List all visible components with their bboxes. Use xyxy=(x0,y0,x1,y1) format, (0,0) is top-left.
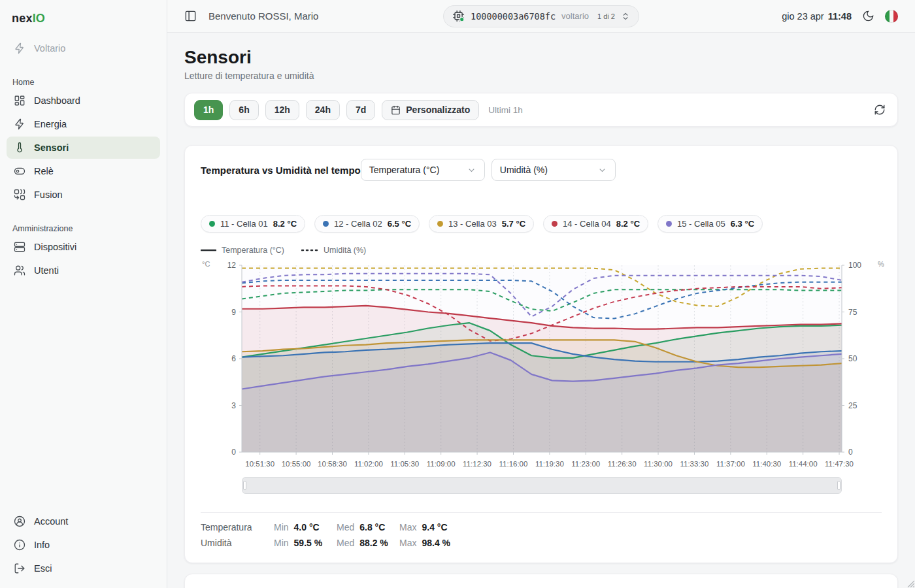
sidebar-item-account[interactable]: Account xyxy=(7,510,160,532)
sidebar-item-label: Dispositivi xyxy=(34,242,76,252)
sidebar-item-rele[interactable]: Relè xyxy=(7,160,160,182)
chart-area: 10:51:3010:55:0010:58:3011:02:0011:05:30… xyxy=(201,257,882,474)
page-title: Sensori xyxy=(184,47,898,68)
custom-range-button[interactable]: Personalizzato xyxy=(382,100,479,120)
svg-text:°C: °C xyxy=(202,260,210,268)
svg-text:0: 0 xyxy=(848,448,853,457)
svg-text:11:12:30: 11:12:30 xyxy=(463,460,491,468)
svg-text:25: 25 xyxy=(848,401,857,410)
range-button-12h[interactable]: 12h xyxy=(265,100,299,120)
dashboard-icon xyxy=(14,95,25,106)
refresh-icon xyxy=(874,104,886,116)
sidebar-item-dispositivi[interactable]: Dispositivi xyxy=(7,236,160,258)
dark-mode-toggle[interactable] xyxy=(862,10,874,22)
series-color-dot xyxy=(437,221,443,227)
sidebar-item-label: Utenti xyxy=(34,265,59,276)
svg-text:0: 0 xyxy=(231,448,236,457)
page-content: Sensori Letture di temperatura e umidità… xyxy=(167,33,915,588)
dashed-line-sample xyxy=(301,248,318,252)
hum-med: Med88.2 % xyxy=(337,538,399,548)
sidebar-item-label: Voltario xyxy=(34,43,65,54)
clock: 11:48 xyxy=(828,11,852,22)
time-range-bar: 1h 6h 12h 24h 7d Personalizzato Ultimi 1… xyxy=(184,93,898,127)
series-color-dot xyxy=(552,221,557,227)
cpu-icon xyxy=(452,10,465,22)
temperature-humidity-chart: 10:51:3010:55:0010:58:3011:02:0011:05:30… xyxy=(201,257,891,474)
series-color-dot xyxy=(323,221,329,227)
sidebar-item-label: Esci xyxy=(34,563,52,574)
sidebar-item-label: Fusion xyxy=(34,189,63,200)
resize-grip-icon[interactable] xyxy=(907,580,914,587)
sidebar-section-home: Home xyxy=(5,74,161,89)
range-button-7d[interactable]: 7d xyxy=(346,100,375,120)
svg-text:100: 100 xyxy=(848,261,861,270)
svg-text:50: 50 xyxy=(848,354,857,363)
server-icon xyxy=(14,241,25,253)
svg-text:11:30:00: 11:30:00 xyxy=(644,460,673,468)
right-metric-select[interactable]: Umidità (%) xyxy=(491,159,616,181)
brush-handle-right[interactable] xyxy=(837,481,840,490)
welcome-text: Benvenuto ROSSI, Mario xyxy=(208,10,318,22)
bolt-icon xyxy=(14,42,25,54)
topbar-right: gio 23 apr11:48 xyxy=(782,10,898,23)
range-button-1h[interactable]: 1h xyxy=(194,100,223,120)
svg-text:11:05:30: 11:05:30 xyxy=(390,460,419,468)
svg-text:9: 9 xyxy=(231,308,236,317)
sidebar-item-dashboard[interactable]: Dashboard xyxy=(7,90,160,112)
range-hint: Ultimi 1h xyxy=(488,105,523,115)
sidebar-spacer xyxy=(5,282,161,510)
svg-text:10:55:00: 10:55:00 xyxy=(282,460,311,468)
svg-text:11:23:00: 11:23:00 xyxy=(571,460,600,468)
sidebar-item-fusion[interactable]: Fusion xyxy=(7,184,160,206)
sidebar-item-voltario[interactable]: Voltario xyxy=(7,37,160,59)
sensor-chip-cella-01[interactable]: 11 - Cella 018.2 °C xyxy=(201,215,305,233)
device-selector[interactable]: 100000003a6708fc voltario 1 di 2 xyxy=(443,5,639,27)
sidebar-item-utenti[interactable]: Utenti xyxy=(7,259,160,282)
sensor-chip-cella-05[interactable]: 15 - Cella 056.3 °C xyxy=(657,215,763,233)
logout-icon xyxy=(14,563,25,574)
line-style-legend: Temperatura (°C) Umidità (%) xyxy=(201,246,882,255)
svg-text:10:51:30: 10:51:30 xyxy=(245,460,274,468)
sidebar-toggle-button[interactable] xyxy=(184,10,197,22)
svg-text:75: 75 xyxy=(848,308,857,317)
humidity-stats-row: Umidità Min59.5 % Med88.2 % Max98.4 % xyxy=(201,535,882,551)
language-flag-it[interactable] xyxy=(885,10,898,23)
sensor-chip-cella-03[interactable]: 13 - Cella 035.7 °C xyxy=(429,215,534,233)
range-button-24h[interactable]: 24h xyxy=(306,100,340,120)
sidebar-item-info[interactable]: Info xyxy=(7,534,160,556)
brush-handle-left[interactable] xyxy=(243,481,246,490)
temp-med: Med6.8 °C xyxy=(337,522,399,532)
sensor-chip-cella-02[interactable]: 12 - Cella 026.5 °C xyxy=(314,215,420,233)
svg-text:11:19:30: 11:19:30 xyxy=(535,460,564,468)
legend-humidity: Umidità (%) xyxy=(301,246,366,255)
svg-text:11:44:00: 11:44:00 xyxy=(789,460,818,468)
svg-text:11:26:30: 11:26:30 xyxy=(608,460,637,468)
sensor-chart-card: Temperatura vs Umidità nel tempo Tempera… xyxy=(184,145,898,563)
main-area: Benvenuto ROSSI, Mario 100000003a6708fc … xyxy=(167,0,915,588)
svg-text:11:09:00: 11:09:00 xyxy=(427,460,456,468)
hum-min: Min59.5 % xyxy=(274,538,337,548)
chevron-down-icon xyxy=(467,165,476,175)
user-circle-icon xyxy=(14,515,25,527)
sidebar-item-label: Dashboard xyxy=(34,95,80,106)
sidebar-item-energia[interactable]: Energia xyxy=(7,113,160,135)
chevrons-up-down-icon[interactable] xyxy=(621,12,630,21)
chart-title: Temperatura vs Umidità nel tempo xyxy=(201,165,361,176)
left-metric-select[interactable]: Temperatura (°C) xyxy=(361,159,485,181)
svg-text:11:37:00: 11:37:00 xyxy=(716,460,745,468)
sidebar-item-esci[interactable]: Esci xyxy=(7,557,160,580)
sidebar-item-sensori[interactable]: Sensori xyxy=(7,137,160,159)
svg-text:11:02:00: 11:02:00 xyxy=(354,460,383,468)
svg-text:11:40:30: 11:40:30 xyxy=(752,460,781,468)
range-button-6h[interactable]: 6h xyxy=(229,100,258,120)
next-section-card xyxy=(184,574,898,588)
temp-max: Max9.4 °C xyxy=(399,522,462,532)
hum-max: Max98.4 % xyxy=(399,538,462,548)
sensor-legend-chips: 11 - Cella 018.2 °C 12 - Cella 026.5 °C … xyxy=(201,215,882,233)
page-subtitle: Letture di temperatura e umidità xyxy=(184,71,898,81)
sensor-chip-cella-04[interactable]: 14 - Cella 048.2 °C xyxy=(543,215,648,233)
refresh-button[interactable] xyxy=(871,101,888,118)
svg-text:%: % xyxy=(878,260,884,268)
chart-zoom-scrollbar[interactable] xyxy=(242,477,842,494)
thermometer-icon xyxy=(14,142,25,154)
